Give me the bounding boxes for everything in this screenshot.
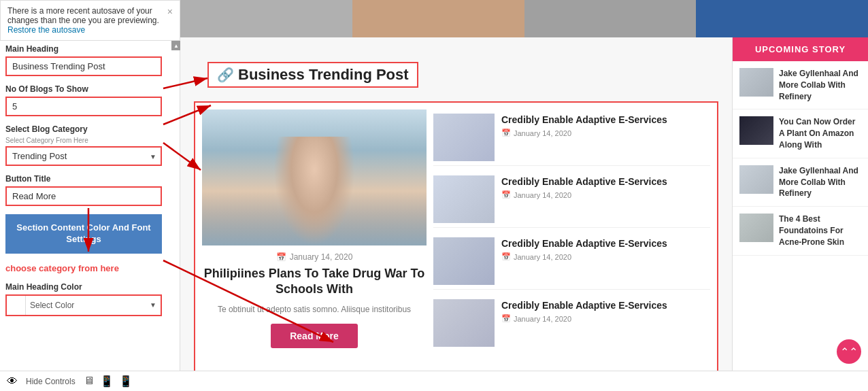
button-title-field: Button Title — [5, 174, 174, 206]
num-blogs-input[interactable] — [5, 97, 162, 116]
category-select[interactable]: Trending Post Business Technology Health — [5, 146, 162, 166]
blog-item-image-3 — [433, 237, 495, 285]
sidebar-item-image-3 — [739, 165, 773, 194]
main-heading-field: Main Heading — [5, 44, 174, 76]
blog-item-content-2: Credibly Enable Adaptive E-Services 📅 Ja… — [501, 175, 710, 199]
sidebar-item-title-3: Jake Gyllenhaal And More Collab With Ref… — [779, 165, 861, 199]
sidebar-item-image-4 — [739, 214, 773, 242]
blog-item-title-1: Credibly Enable Adaptive E-Services — [501, 114, 710, 126]
color-select-wrap[interactable]: Select Color ▼ — [5, 294, 162, 316]
color-select-label: Select Color — [26, 301, 150, 310]
main-heading-label: Main Heading — [5, 44, 174, 54]
autosave-notification: There is a more recent autosave of your … — [0, 0, 180, 41]
blog-item-title-4: Credibly Enable Adaptive E-Services — [501, 299, 710, 311]
choose-category-group: choose category from here — [5, 262, 174, 274]
bottom-bar: 👁 Hide Controls 🖥 📱 📱 — [0, 371, 868, 391]
blog-item-content-4: Credibly Enable Adaptive E-Services 📅 Ja… — [501, 299, 710, 323]
sidebar-item-image-2 — [739, 116, 773, 145]
chevron-down-icon: ▼ — [150, 301, 161, 309]
blog-item-title-2: Credibly Enable Adaptive E-Services — [501, 175, 710, 188]
main-blog-excerpt: Te obtinuit ut adepto satis somno. Aliis… — [202, 303, 427, 316]
main-blog-image-inner — [202, 109, 427, 245]
list-item: Credibly Enable Adaptive E-Services 📅 Ja… — [433, 295, 710, 351]
button-title-input[interactable] — [5, 186, 162, 206]
sidebar-item: Jake Gyllenhaal And More Collab With Ref… — [733, 61, 868, 109]
header-image-1 — [180, 0, 352, 37]
blog-item-title-3: Credibly Enable Adaptive E-Services — [501, 237, 710, 250]
hide-controls-label[interactable]: Hide Controls — [26, 377, 76, 386]
panel-scroll-up[interactable]: ▲ — [171, 41, 181, 50]
choose-category-text: choose category from here — [5, 263, 119, 273]
main-blog-post: 📅 January 14, 2020 Philipiines Plans To … — [202, 109, 427, 371]
sidebar-item-image-1 — [739, 68, 773, 97]
autosave-message: There is a more recent autosave of your … — [7, 6, 167, 35]
header-strip — [180, 0, 868, 37]
list-item: Credibly Enable Adaptive E-Services 📅 Ja… — [433, 233, 710, 290]
right-sidebar: UPCOMING STORY Jake Gyllenhaal And More … — [732, 37, 868, 371]
calendar-icon: 📅 — [501, 314, 511, 323]
category-field: Select Blog Category Select Category Fro… — [5, 124, 174, 166]
header-image-2 — [352, 0, 524, 37]
left-panel: Main Heading No Of Blogs To Show Select … — [0, 37, 180, 391]
monitor-icon[interactable]: 🖥 — [84, 375, 95, 388]
main-blog-read-more-button[interactable]: Read More — [271, 324, 358, 348]
category-select-wrap: Trending Post Business Technology Health… — [5, 146, 162, 166]
sidebar-item: You Can Now Order A Plant On Amazon Alon… — [733, 109, 868, 158]
blog-item-date-3: 📅 January 14, 2020 — [501, 252, 710, 261]
section-content-btn-group: Section Content Color And Font Settings — [5, 214, 174, 254]
phone-icon[interactable]: 📱 — [119, 375, 133, 388]
eye-icon: 👁 — [7, 375, 18, 388]
sidebar-item-title-4: The 4 Best Foundatoins For Acne-Prone Sk… — [779, 214, 861, 248]
device-icons: 🖥 📱 📱 — [84, 375, 133, 388]
sidebar-item: Jake Gyllenhaal And More Collab With Ref… — [733, 158, 868, 207]
section-heading-box: 🔗 Business Trending Post — [207, 62, 418, 88]
sidebar-item-title-2: You Can Now Order A Plant On Amazon Alon… — [779, 116, 861, 150]
chevron-up-icon: ⌃⌃ — [840, 345, 858, 358]
list-item: Credibly Enable Adaptive E-Services 📅 Ja… — [433, 171, 710, 228]
calendar-icon: 📅 — [501, 190, 511, 199]
calendar-icon: 📅 — [276, 252, 286, 262]
upcoming-story-header: UPCOMING STORY — [733, 37, 868, 61]
list-item: Credibly Enable Adaptive E-Services 📅 Ja… — [433, 109, 710, 166]
calendar-icon: 📅 — [501, 129, 511, 137]
header-image-3 — [524, 0, 697, 37]
section-heading-text: Business Trending Post — [238, 66, 409, 84]
category-label: Select Blog Category — [5, 124, 174, 134]
section-heading-wrapper: 🔗 Business Trending Post — [194, 50, 432, 95]
close-autosave-button[interactable]: × — [167, 6, 173, 17]
category-sublabel: Select Category From Here — [5, 137, 174, 144]
blog-item-content-1: Credibly Enable Adaptive E-Services 📅 Ja… — [501, 114, 710, 137]
button-title-label: Button Title — [5, 174, 174, 184]
blog-item-date-1: 📅 January 14, 2020 — [501, 129, 710, 137]
main-blog-image — [202, 109, 427, 245]
blog-grid: 📅 January 14, 2020 Philipiines Plans To … — [194, 101, 718, 371]
num-blogs-label: No Of Blogs To Show — [5, 84, 174, 94]
main-blog-date: 📅 January 14, 2020 — [202, 252, 427, 262]
main-blog-title: Philipiines Plans To Take Drug War To Sc… — [202, 266, 427, 298]
link-icon: 🔗 — [217, 67, 234, 83]
blog-item-content-3: Credibly Enable Adaptive E-Services 📅 Ja… — [501, 237, 710, 261]
calendar-icon: 📅 — [501, 252, 511, 261]
sidebar-item-title-1: Jake Gyllenhaal And More Collab With Ref… — [779, 68, 861, 102]
sidebar-item: The 4 Best Foundatoins For Acne-Prone Sk… — [733, 207, 868, 255]
main-heading-color-group: Main Heading Color Select Color ▼ — [5, 282, 174, 316]
scroll-up-button[interactable]: ⌃⌃ — [837, 339, 861, 364]
main-heading-input[interactable] — [5, 56, 162, 76]
blog-item-image-4 — [433, 299, 495, 347]
restore-autosave-link[interactable]: Restore the autosave — [7, 25, 85, 35]
color-swatch — [7, 296, 26, 315]
blog-item-date-2: 📅 January 14, 2020 — [501, 190, 710, 199]
blog-item-image-2 — [433, 175, 495, 223]
num-blogs-field: No Of Blogs To Show — [5, 84, 174, 116]
main-content-area: 🔗 Business Trending Post 📅 January 14, 2… — [180, 37, 732, 371]
main-heading-color-label: Main Heading Color — [5, 282, 174, 292]
header-image-4 — [696, 0, 868, 37]
tablet-icon[interactable]: 📱 — [100, 375, 114, 388]
blog-item-date-4: 📅 January 14, 2020 — [501, 314, 710, 323]
blog-item-image-1 — [433, 114, 495, 161]
blog-list: Credibly Enable Adaptive E-Services 📅 Ja… — [433, 109, 710, 371]
section-content-color-button[interactable]: Section Content Color And Font Settings — [5, 214, 162, 254]
